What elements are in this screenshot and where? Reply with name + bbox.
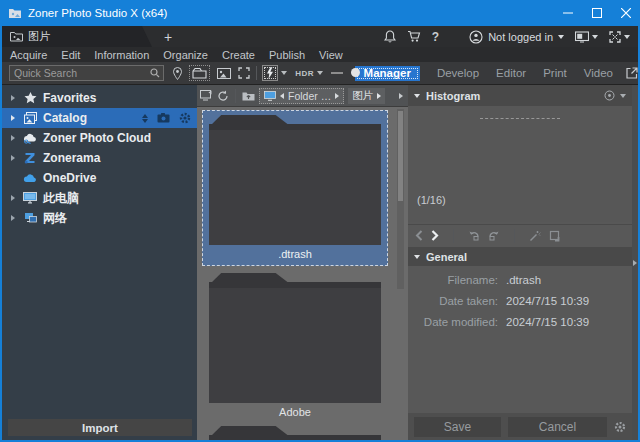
- maximize-icon[interactable]: [582, 0, 611, 26]
- fullscreen-preview-icon[interactable]: [238, 67, 250, 79]
- sidebar-item-this-pc[interactable]: 此电脑: [2, 188, 197, 208]
- hdr-caret-icon[interactable]: [317, 71, 323, 75]
- field-value[interactable]: 2024/7/15 10:39: [506, 293, 589, 309]
- sidebar-item-zonerama[interactable]: Zonerama: [2, 148, 197, 168]
- expander-icon[interactable]: [11, 215, 21, 221]
- import-button[interactable]: Import: [8, 419, 192, 436]
- histogram-settings-icon[interactable]: [604, 90, 615, 101]
- footer-gear-icon[interactable]: [614, 421, 626, 433]
- folder-tile-dtrash[interactable]: .dtrash: [202, 110, 388, 266]
- mode-print[interactable]: Print: [543, 67, 567, 79]
- catalog-source-icon[interactable]: [157, 113, 170, 123]
- sidebar-item-label: 此电脑: [43, 190, 79, 207]
- fullscreen-menu[interactable]: [609, 31, 630, 43]
- chevron-down-icon: [592, 35, 598, 39]
- mode-manager[interactable]: Manager: [355, 66, 420, 81]
- thumbnail-size-slider[interactable]: [331, 72, 343, 74]
- folder-name: Adobe: [202, 403, 388, 420]
- search-input[interactable]: [10, 67, 150, 79]
- save-button[interactable]: Save: [414, 417, 501, 437]
- gps-pin-icon[interactable]: [173, 67, 182, 80]
- catalog-settings-gear-icon[interactable]: [179, 112, 191, 124]
- chevron-down-icon[interactable]: [620, 94, 626, 98]
- scrollbar-thumb[interactable]: [398, 111, 403, 201]
- field-date-taken: Date taken: 2024/7/15 10:39: [408, 293, 632, 309]
- close-icon[interactable]: [611, 0, 640, 26]
- sidebar-item-catalog[interactable]: Catalog: [2, 108, 197, 128]
- menu-edit[interactable]: Edit: [61, 49, 80, 61]
- cancel-button[interactable]: Cancel: [508, 417, 607, 437]
- cart-icon[interactable]: [407, 30, 421, 43]
- browser-view-folder-icon[interactable]: [189, 65, 210, 81]
- inspector-nav-toolbar: [408, 224, 632, 246]
- expander-icon[interactable]: [11, 115, 21, 121]
- sidebar-item-favorites[interactable]: Favorites: [2, 88, 197, 108]
- field-label: Filename:: [408, 272, 506, 288]
- histogram-header[interactable]: Histogram: [408, 85, 632, 106]
- rotate-left-icon[interactable]: [468, 230, 480, 241]
- expander-icon[interactable]: [11, 135, 21, 141]
- folder-tile-partial[interactable]: [202, 422, 388, 440]
- menu-view[interactable]: View: [319, 49, 343, 61]
- mode-develop[interactable]: Develop: [437, 67, 479, 79]
- inspector-footer: Save Cancel: [408, 413, 632, 440]
- next-icon[interactable]: [431, 230, 439, 241]
- field-value[interactable]: 2024/7/15 10:39: [506, 314, 589, 330]
- mode-video[interactable]: Video: [584, 67, 613, 79]
- menu-organize[interactable]: Organize: [163, 49, 208, 61]
- browser-scrollbar[interactable]: [397, 109, 404, 289]
- new-tab-button[interactable]: +: [164, 30, 172, 44]
- expander-icon[interactable]: [11, 195, 21, 201]
- export-icon[interactable]: [626, 67, 638, 79]
- compare-view-icon[interactable]: [200, 90, 213, 101]
- display-options-menu[interactable]: [575, 31, 598, 43]
- chevron-right-icon[interactable]: [335, 93, 339, 99]
- account-menu[interactable]: Not logged in: [469, 30, 564, 44]
- mode-editor[interactable]: Editor: [496, 67, 526, 79]
- quick-search-box: [9, 65, 164, 81]
- magic-wand-icon[interactable]: [529, 230, 541, 242]
- menu-acquire[interactable]: Acquire: [10, 49, 47, 61]
- slider-thumb[interactable]: [351, 68, 360, 77]
- crop-frame-icon[interactable]: [549, 230, 561, 242]
- sidebar-item-label: OneDrive: [43, 171, 96, 185]
- tab-pictures[interactable]: 图片: [2, 26, 152, 47]
- sort-icon[interactable]: [142, 114, 148, 123]
- nav-divider: [453, 229, 454, 243]
- previous-icon[interactable]: [415, 230, 423, 241]
- folder-tile-adobe[interactable]: Adobe: [202, 268, 388, 422]
- monitor-icon: [575, 31, 589, 43]
- browser-toolbar: Folder … 图片: [197, 85, 408, 107]
- flash-tool[interactable]: [262, 65, 278, 81]
- minimize-icon[interactable]: [553, 0, 582, 26]
- collapse-section-icon[interactable]: [414, 94, 420, 98]
- browser-toolbar-divider: [235, 89, 236, 103]
- general-header[interactable]: General: [408, 247, 632, 266]
- breadcrumb-parent[interactable]: Folder …: [259, 88, 344, 104]
- flash-caret-icon[interactable]: [281, 71, 287, 75]
- expander-icon[interactable]: [11, 95, 21, 101]
- help-icon[interactable]: ?: [432, 30, 439, 44]
- notifications-bell-icon[interactable]: [384, 30, 396, 43]
- breadcrumb-overflow-icon[interactable]: [399, 93, 403, 99]
- rotate-right-icon[interactable]: [488, 230, 500, 241]
- sidebar-item-network[interactable]: 网络: [2, 208, 197, 228]
- menu-create[interactable]: Create: [222, 49, 255, 61]
- sidebar-item-onedrive[interactable]: OneDrive: [2, 168, 197, 188]
- panel-collapse-handle[interactable]: [632, 85, 638, 440]
- expander-icon[interactable]: [11, 155, 21, 161]
- chevron-left-icon[interactable]: [280, 93, 284, 99]
- chevron-right-icon: [633, 260, 637, 266]
- sync-icon[interactable]: [217, 90, 229, 102]
- folder-up-icon[interactable]: [242, 90, 255, 101]
- menu-information[interactable]: Information: [94, 49, 149, 61]
- preview-image-icon[interactable]: [217, 68, 231, 79]
- field-value[interactable]: .dtrash: [506, 272, 541, 288]
- collapse-section-icon[interactable]: [414, 255, 420, 259]
- network-icon: [21, 212, 39, 224]
- breadcrumb-current[interactable]: 图片: [348, 88, 385, 104]
- app-window: Zoner Photo Studio X (x64) 图片 + ? Not lo…: [0, 0, 640, 442]
- hdr-label[interactable]: HDR: [295, 69, 314, 78]
- sidebar-item-zoner-photo-cloud[interactable]: Zoner Photo Cloud: [2, 128, 197, 148]
- menu-publish[interactable]: Publish: [269, 49, 305, 61]
